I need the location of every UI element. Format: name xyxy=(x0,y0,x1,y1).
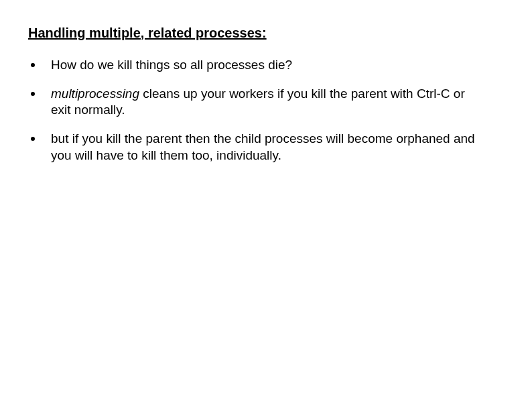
list-item: multiprocessing cleans up your workers i… xyxy=(28,86,504,119)
italic-prefix: multiprocessing xyxy=(51,87,139,101)
slide-heading: Handling multiple, related processes: xyxy=(28,25,504,41)
list-item: How do we kill things so all processes d… xyxy=(28,57,504,74)
bullet-icon xyxy=(31,63,35,67)
bullet-content: How do we kill things so all processes d… xyxy=(51,58,292,72)
bullet-content: but if you kill the parent then the chil… xyxy=(51,131,475,162)
bullet-text: multiprocessing cleans up your workers i… xyxy=(51,86,480,119)
bullet-text: but if you kill the parent then the chil… xyxy=(51,131,480,164)
bullet-text: How do we kill things so all processes d… xyxy=(51,57,292,74)
bullet-icon xyxy=(31,92,35,96)
bullet-list: How do we kill things so all processes d… xyxy=(28,57,504,164)
list-item: but if you kill the parent then the chil… xyxy=(28,131,504,164)
bullet-icon xyxy=(31,137,35,141)
